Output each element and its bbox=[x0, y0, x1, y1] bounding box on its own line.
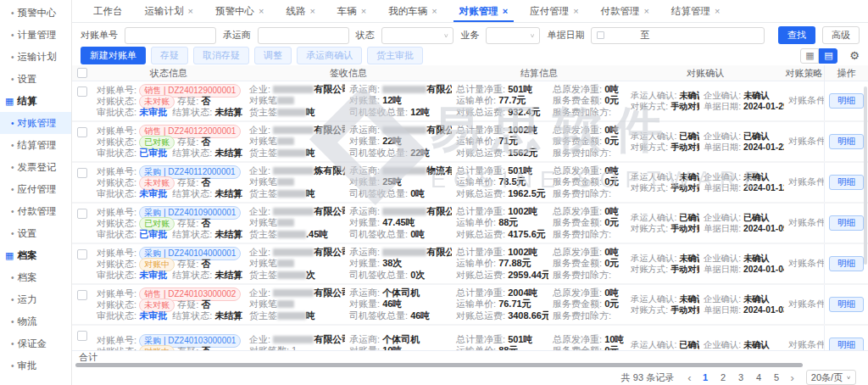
sidebar-item[interactable]: • 运力 bbox=[0, 288, 71, 310]
advanced-button[interactable]: 高级 bbox=[822, 26, 860, 44]
bullet-icon: • bbox=[11, 119, 14, 128]
sidebar-item[interactable]: • 运输计划 bbox=[0, 46, 71, 68]
date-to-label: 至 bbox=[608, 29, 682, 42]
close-icon[interactable]: × bbox=[503, 6, 508, 16]
toolbar-button[interactable]: 存疑 bbox=[151, 47, 188, 64]
page-number[interactable]: 2 bbox=[716, 372, 731, 382]
strategy-cell: 对账条件: bbox=[784, 122, 824, 161]
page-tab[interactable]: 线路 × bbox=[275, 0, 326, 22]
sidebar-item[interactable]: • 结算管理 bbox=[0, 134, 71, 156]
next-page-icon[interactable]: › bbox=[787, 371, 798, 384]
page-tab[interactable]: 对账管理 × bbox=[448, 0, 519, 22]
detail-button[interactable]: 明细 bbox=[829, 215, 864, 231]
page-number[interactable]: 3 bbox=[734, 372, 748, 382]
sidebar-item[interactable]: • 档案 bbox=[0, 266, 71, 288]
toolbar-button[interactable]: 调整 bbox=[254, 47, 292, 64]
redacted-text bbox=[277, 259, 294, 267]
row-checkbox[interactable] bbox=[77, 86, 87, 97]
page-number[interactable]: 4 bbox=[752, 372, 766, 382]
detail-button[interactable]: 明细 bbox=[829, 256, 864, 271]
action-cell: 明细 bbox=[824, 163, 868, 202]
close-icon[interactable]: × bbox=[259, 6, 264, 16]
close-icon[interactable]: × bbox=[188, 6, 193, 16]
detail-button[interactable]: 明细 bbox=[829, 93, 864, 109]
toolbar-button[interactable]: 货主审批 bbox=[367, 47, 423, 64]
sidebar-item[interactable]: • 对账管理 bbox=[0, 112, 71, 134]
action-cell: 明细 bbox=[824, 244, 868, 283]
redacted-text bbox=[277, 178, 294, 186]
prev-page-icon[interactable]: ‹ bbox=[684, 371, 694, 384]
carrier-cell: 承运商: 有限公司 对账量: 38次 司机签收总量: 0次 bbox=[345, 244, 452, 283]
redacted-text bbox=[277, 149, 306, 157]
tab-bar: 工作台 × 运输计划 × 预警中心 × 线路 × 车辆 × bbox=[72, 0, 868, 23]
page-tab[interactable]: 付款管理 × bbox=[590, 0, 660, 22]
sidebar-item[interactable]: • 审批 bbox=[0, 354, 71, 377]
close-icon[interactable]: × bbox=[361, 6, 366, 16]
page-tab[interactable]: 结算管理 × bbox=[660, 0, 731, 22]
close-icon[interactable]: × bbox=[573, 6, 578, 16]
toolbar-button[interactable]: 承运商确认 bbox=[297, 47, 362, 64]
business-select[interactable]: ∨ bbox=[486, 27, 540, 44]
sidebar-item[interactable]: • ▦ 档案 bbox=[0, 244, 71, 266]
status-select[interactable]: ∨ bbox=[381, 27, 454, 44]
vertical-scrollbar[interactable] bbox=[864, 86, 867, 265]
date-range-picker[interactable]: 至 bbox=[591, 27, 765, 44]
sidebar-item[interactable]: • 设置 bbox=[0, 68, 71, 90]
horizontal-scrollbar[interactable] bbox=[75, 363, 803, 367]
row-checkbox[interactable] bbox=[77, 168, 87, 178]
settlement-cell-right: 总原发净重: 0吨 服务费金额: 0元 服务费扣除方: bbox=[548, 163, 626, 202]
page-number[interactable]: 1 bbox=[698, 372, 713, 382]
sidebar-item[interactable]: • ▦ 结算 bbox=[0, 90, 71, 112]
select-all-checkbox[interactable] bbox=[77, 68, 87, 78]
toolbar-button[interactable]: 新建对账单 bbox=[81, 47, 146, 64]
page-tab[interactable]: 工作台 × bbox=[82, 0, 134, 22]
card-view-icon[interactable]: ▤ bbox=[819, 48, 837, 64]
strategy-cell: 对账条件: bbox=[784, 81, 824, 120]
column-header-strategy: 对账策略 bbox=[784, 67, 824, 80]
close-icon[interactable]: × bbox=[431, 6, 437, 16]
sidebar-item-label: 审批 bbox=[18, 360, 37, 372]
search-button[interactable]: 查找 bbox=[778, 26, 815, 44]
view-toggles: ▦ ▤ bbox=[800, 48, 837, 64]
page-tab[interactable]: 应付管理 × bbox=[519, 0, 589, 22]
order-no-input[interactable] bbox=[125, 27, 216, 44]
row-checkbox[interactable] bbox=[77, 209, 87, 219]
page-tab[interactable]: 预警中心 × bbox=[204, 0, 275, 22]
toolbar-button[interactable]: 取消存疑 bbox=[193, 47, 249, 64]
sidebar-item[interactable]: • 设置 bbox=[0, 222, 71, 244]
sidebar-item[interactable]: • 物流 bbox=[0, 310, 71, 332]
carrier-input[interactable] bbox=[258, 27, 349, 44]
page-tab[interactable]: 车辆 × bbox=[326, 0, 377, 22]
row-checkbox[interactable] bbox=[77, 331, 87, 341]
detail-button[interactable]: 明细 bbox=[829, 134, 864, 149]
settlement-cell-right: 总原发净重: 0吨 服务费金额: 0元 服务费扣除方: bbox=[548, 285, 626, 324]
settlement-cell-right: 总原发净重: 0吨 服务费金额: 0元 服务费扣除方: bbox=[548, 204, 626, 243]
confirm-cell-left: 承运人确认: 未确认 对账方式: 手动对账 bbox=[626, 244, 699, 283]
redacted-text bbox=[277, 97, 294, 104]
column-header-sign: 签收信息 bbox=[245, 67, 452, 80]
row-checkbox[interactable] bbox=[77, 249, 87, 259]
sidebar-item[interactable]: • 计量管理 bbox=[0, 24, 71, 46]
page-tab[interactable]: 运输计划 × bbox=[134, 0, 204, 22]
sidebar-item[interactable]: • 发票登记 bbox=[0, 156, 71, 178]
detail-button[interactable]: 明细 bbox=[829, 175, 864, 190]
sidebar-item[interactable]: • 保证金 bbox=[0, 332, 71, 354]
detail-button[interactable]: 明细 bbox=[829, 297, 864, 312]
sidebar-item[interactable]: • 预警中心 bbox=[0, 2, 71, 24]
gear-icon[interactable]: ⚙ bbox=[849, 49, 860, 62]
close-icon[interactable]: × bbox=[309, 6, 314, 16]
row-checkbox[interactable] bbox=[77, 127, 87, 137]
page-tab[interactable]: 我的车辆 × bbox=[377, 0, 448, 22]
company-cell: 企业: 炼有限公司 对账笔 货主签吨 bbox=[245, 163, 345, 202]
list-view-icon[interactable]: ▦ bbox=[800, 48, 819, 64]
close-icon[interactable]: × bbox=[644, 6, 649, 16]
page-size-select[interactable]: 20条/页 ∨ bbox=[806, 370, 856, 385]
sidebar-item[interactable]: • 应付管理 bbox=[0, 178, 71, 200]
row-checkbox[interactable] bbox=[77, 290, 87, 300]
close-icon[interactable]: × bbox=[715, 6, 720, 16]
table-row: 对账单号: 采购 | DZ240103000001 对账状态: 对账中 存疑: … bbox=[72, 326, 868, 350]
sidebar-item[interactable]: • 付款管理 bbox=[0, 200, 71, 222]
detail-button[interactable]: 明细 bbox=[829, 338, 864, 350]
redacted-text bbox=[277, 300, 294, 308]
page-number[interactable]: 5 bbox=[770, 372, 784, 382]
